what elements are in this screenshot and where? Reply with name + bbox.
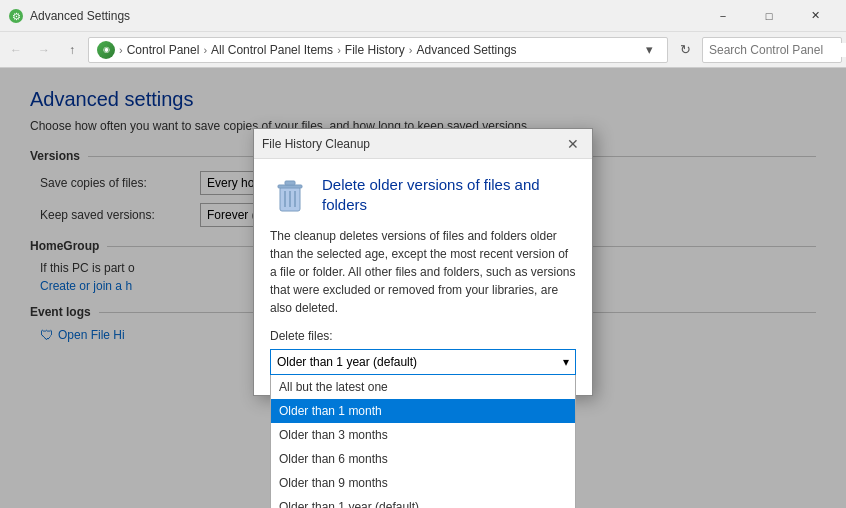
- search-input[interactable]: [709, 43, 846, 57]
- svg-rect-4: [285, 181, 295, 185]
- maximize-button[interactable]: □: [746, 0, 792, 32]
- window-title: Advanced Settings: [30, 9, 700, 23]
- delete-files-label: Delete files:: [270, 329, 576, 343]
- dialog-close-button[interactable]: ✕: [562, 133, 584, 155]
- address-field[interactable]: ◉ › Control Panel › All Control Panel It…: [88, 37, 668, 63]
- dropdown-item-4[interactable]: Older than 9 months: [271, 471, 575, 495]
- window-controls: − □ ✕: [700, 0, 838, 32]
- dropdown-item-5[interactable]: Older than 1 year (default): [271, 495, 575, 508]
- forward-button[interactable]: →: [32, 38, 56, 62]
- dialog-description: The cleanup deletes versions of files an…: [270, 227, 576, 317]
- address-bar: ← → ↑ ◉ › Control Panel › All Control Pa…: [0, 32, 846, 68]
- breadcrumb-all-items: All Control Panel Items: [211, 43, 333, 57]
- breadcrumb-control-panel: Control Panel: [127, 43, 200, 57]
- dropdown-item-0[interactable]: All but the latest one: [271, 375, 575, 399]
- recycle-bin-icon: [270, 175, 310, 215]
- dialog-heading: Delete older versions of files and folde…: [322, 175, 576, 214]
- delete-files-select[interactable]: Older than 1 year (default) ▾: [270, 349, 576, 375]
- breadcrumb-advanced-settings: Advanced Settings: [416, 43, 516, 57]
- dialog-title: File History Cleanup: [262, 137, 562, 151]
- breadcrumb: ◉ › Control Panel › All Control Panel It…: [97, 41, 639, 59]
- close-button[interactable]: ✕: [792, 0, 838, 32]
- dropdown-item-1[interactable]: Older than 1 month: [271, 399, 575, 423]
- chevron-down-icon-3: ▾: [563, 355, 569, 369]
- minimize-button[interactable]: −: [700, 0, 746, 32]
- main-content: Advanced settings Choose how often you w…: [0, 68, 846, 508]
- dropdown-list: All but the latest one Older than 1 mont…: [270, 375, 576, 508]
- up-button[interactable]: ↑: [60, 38, 84, 62]
- back-button[interactable]: ←: [4, 38, 28, 62]
- refresh-button[interactable]: ↻: [672, 37, 698, 63]
- svg-text:⚙: ⚙: [12, 11, 21, 22]
- delete-files-select-wrapper: Older than 1 year (default) ▾ All but th…: [270, 349, 576, 375]
- address-dropdown-button[interactable]: ▾: [639, 37, 659, 63]
- dialog-titlebar: File History Cleanup ✕: [254, 129, 592, 159]
- title-bar: ⚙ Advanced Settings − □ ✕: [0, 0, 846, 32]
- breadcrumb-file-history: File History: [345, 43, 405, 57]
- dialog-overlay: File History Cleanup ✕ Delete older vers: [0, 68, 846, 508]
- dialog-body: Delete older versions of files and folde…: [254, 159, 592, 395]
- file-history-cleanup-dialog: File History Cleanup ✕ Delete older vers: [253, 128, 593, 396]
- dropdown-item-2[interactable]: Older than 3 months: [271, 423, 575, 447]
- breadcrumb-icon: ◉: [97, 41, 115, 59]
- dialog-header-row: Delete older versions of files and folde…: [270, 175, 576, 215]
- app-icon: ⚙: [8, 8, 24, 24]
- search-box[interactable]: 🔍: [702, 37, 842, 63]
- dropdown-item-3[interactable]: Older than 6 months: [271, 447, 575, 471]
- delete-files-selected-value: Older than 1 year (default): [277, 355, 417, 369]
